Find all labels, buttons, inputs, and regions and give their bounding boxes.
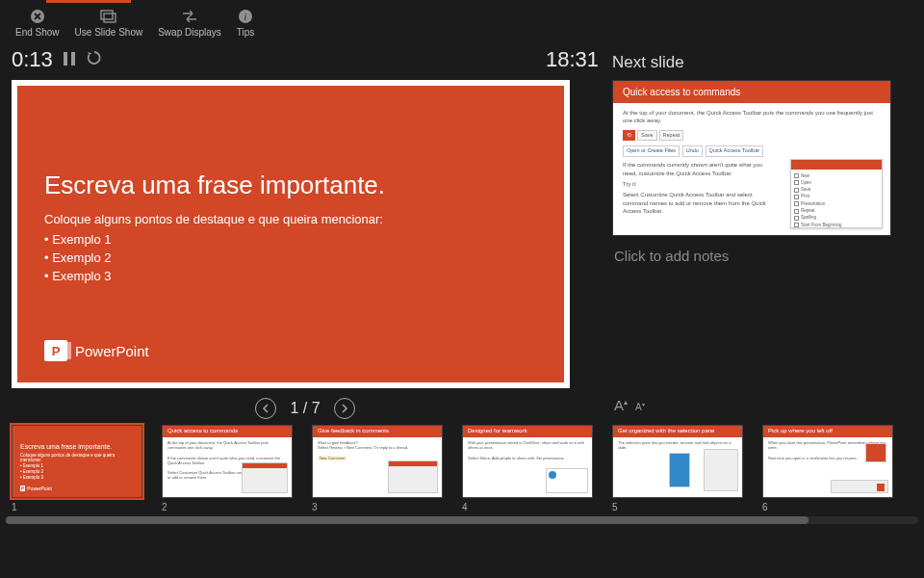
prev-slide-button[interactable] xyxy=(255,398,276,419)
bullet-item: • Exemplo 3 xyxy=(44,269,537,283)
thumbnail-strip: Escreva uma frase importante. Coloque al… xyxy=(0,419,924,514)
tips-label: Tips xyxy=(237,27,255,38)
thumb-number: 2 xyxy=(162,502,293,512)
increase-font-button[interactable]: A▴ xyxy=(614,397,628,413)
thumb-title: Get organized with the selection pane xyxy=(613,426,742,437)
powerpoint-branding: P PowerPoint xyxy=(44,340,149,361)
next-slide-body: At the top of your document, the Quick A… xyxy=(613,103,890,222)
mini-link-row: Open or Create Files Undo Quick Access T… xyxy=(623,145,881,157)
notes-panel: Next slide Quick access to commands At t… xyxy=(612,43,901,419)
svg-rect-6 xyxy=(71,52,75,66)
main-area: 0:13 18:31 Escreva uma frase importante.… xyxy=(0,43,924,419)
thumb-title: Give feedback in comments xyxy=(313,426,442,437)
thumb-title: Quick access to commands xyxy=(163,426,292,437)
thumbnail-slide-4[interactable]: Designed for teamwork With your presenta… xyxy=(462,425,593,498)
current-slide[interactable]: Escreva uma frase importante. Coloque al… xyxy=(12,80,570,388)
use-slide-show-button[interactable]: Use Slide Show xyxy=(67,6,151,39)
svg-rect-2 xyxy=(104,13,116,22)
slide-nav: 1 / 7 xyxy=(12,398,599,419)
mini-qat-tabs: ⟲ Save Repeat xyxy=(623,130,881,142)
info-icon: i xyxy=(237,8,254,25)
bullet-item: • Exemplo 2 xyxy=(44,250,537,265)
end-show-button[interactable]: End Show xyxy=(8,6,67,39)
pause-button[interactable] xyxy=(63,47,76,72)
close-circle-icon xyxy=(29,8,46,25)
timer-row: 0:13 18:31 xyxy=(12,43,599,80)
swap-icon xyxy=(181,8,198,25)
thumbnail-slide-2[interactable]: Quick access to commands At the top of y… xyxy=(162,425,293,498)
thumb-number: 3 xyxy=(312,502,443,512)
thumbnail-slide-5[interactable]: Get organized with the selection pane Th… xyxy=(612,425,743,498)
next-slide-label: Next slide xyxy=(612,43,901,80)
thumbnail-wrap: Designed for teamwork With your presenta… xyxy=(462,425,593,512)
next-slide-button[interactable] xyxy=(334,398,355,419)
thumb-number: 4 xyxy=(462,502,593,512)
thumb-number: 6 xyxy=(762,502,893,512)
svg-rect-5 xyxy=(64,52,67,66)
slide-title: Escreva uma frase importante. xyxy=(44,171,537,200)
svg-text:i: i xyxy=(244,12,247,22)
slide-counter: 1 / 7 xyxy=(290,400,320,417)
powerpoint-icon: P xyxy=(44,340,67,361)
bullet-item: • Exemplo 1 xyxy=(44,232,537,247)
slideshow-icon xyxy=(100,8,117,25)
restart-timer-button[interactable] xyxy=(86,47,103,72)
thumbnail-slide-3[interactable]: Give feedback in comments Want to give f… xyxy=(312,425,443,498)
mini-tab: Repeat xyxy=(659,130,684,142)
svg-rect-1 xyxy=(101,11,113,19)
thumbnail-scrollbar[interactable] xyxy=(6,516,918,524)
swap-displays-button[interactable]: Swap Displays xyxy=(150,6,229,39)
mini-tab: Save xyxy=(637,130,657,142)
thumbnail-wrap: Give feedback in comments Want to give f… xyxy=(312,425,443,512)
mini-link: Undo xyxy=(682,145,703,157)
thumb-number: 1 xyxy=(12,502,142,512)
thumbnail-wrap: Escreva uma frase importante. Coloque al… xyxy=(12,425,142,512)
presenter-toolbar: End Show Use Slide Show Swap Displays i … xyxy=(0,0,924,43)
wall-clock: 18:31 xyxy=(546,47,599,72)
mini-link: Open or Create Files xyxy=(623,145,680,157)
mini-tab: ⟲ xyxy=(623,130,635,142)
use-slide-show-label: Use Slide Show xyxy=(75,27,143,38)
elapsed-timer: 0:13 xyxy=(12,47,53,72)
thumb-title: Designed for teamwork xyxy=(463,426,592,437)
next-body-line: At the top of your document, the Quick A… xyxy=(623,109,881,125)
tips-button[interactable]: i Tips xyxy=(229,6,263,39)
powerpoint-text: PowerPoint xyxy=(75,343,149,359)
slide-bullets: • Exemplo 1 • Exemplo 2 • Exemplo 3 xyxy=(44,232,537,283)
next-body-line: Select Customize Quick Access Toolbar an… xyxy=(623,191,767,215)
notes-input[interactable]: Click to add notes xyxy=(612,236,901,395)
current-slide-panel: 0:13 18:31 Escreva uma frase importante.… xyxy=(12,43,599,419)
swap-displays-label: Swap Displays xyxy=(158,27,221,38)
slide-subtitle: Coloque alguns pontos de destaque e que … xyxy=(44,212,537,226)
thumbnail-wrap: Pick up where you left off When you clos… xyxy=(762,425,893,512)
decrease-font-button[interactable]: A▾ xyxy=(635,401,645,412)
thumb-number: 5 xyxy=(612,502,743,512)
mini-customize-panel: New Open Save Print Presentation Repeat … xyxy=(790,159,883,228)
scrollbar-thumb[interactable] xyxy=(6,516,808,524)
thumbnail-wrap: Get organized with the selection pane Th… xyxy=(612,425,743,512)
thumb-title: Escreva uma frase importante. xyxy=(20,443,134,450)
next-slide-preview[interactable]: Quick access to commands At the top of y… xyxy=(612,80,891,236)
thumbnail-slide-1[interactable]: Escreva uma frase importante. Coloque al… xyxy=(12,425,142,498)
end-show-label: End Show xyxy=(15,27,60,38)
thumb-title: Pick up where you left off xyxy=(763,426,892,437)
notes-font-controls: A▴ A▾ xyxy=(612,395,901,419)
mini-link: Quick Access Toolbar xyxy=(706,145,763,157)
thumbnail-slide-6[interactable]: Pick up where you left off When you clos… xyxy=(762,425,893,498)
next-slide-title: Quick access to commands xyxy=(613,81,890,103)
accent-strip xyxy=(46,0,131,3)
thumbnail-wrap: Quick access to commands At the top of y… xyxy=(162,425,293,512)
next-body-line: If the commands currently shown aren't q… xyxy=(623,161,767,177)
